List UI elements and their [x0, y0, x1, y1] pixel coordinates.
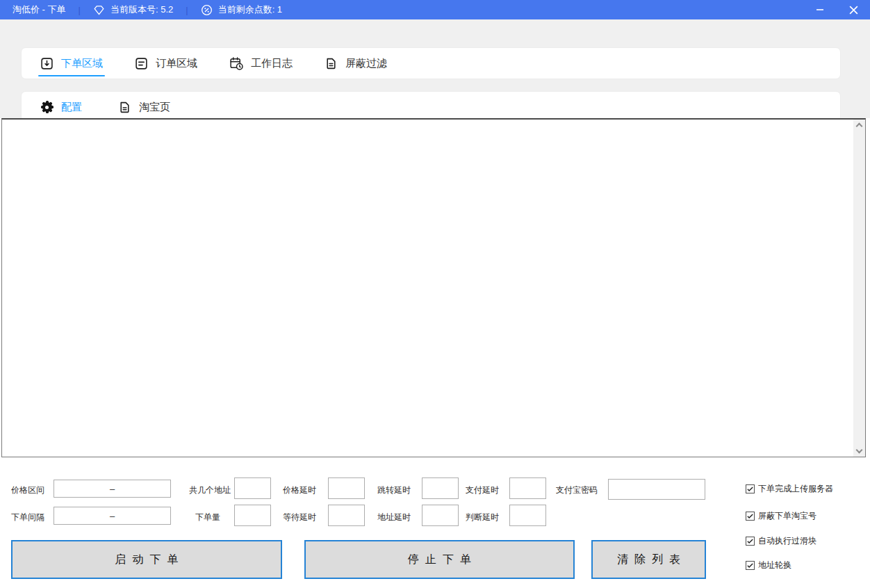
close-button[interactable] [837, 0, 870, 19]
vertical-scrollbar[interactable] [853, 120, 865, 457]
alipay-password-label: 支付宝密码 [556, 484, 598, 496]
pay-delay-label: 支付延时 [466, 484, 499, 496]
main-tab-bar: 下单区域 订单区域 工作日志 [21, 47, 841, 79]
tab-label: 配置 [61, 101, 82, 114]
checkbox-upload-server[interactable]: 下单完成上传服务器 [746, 483, 833, 495]
checkbox-label: 地址轮换 [758, 560, 791, 571]
tab-label: 屏蔽过滤 [345, 57, 387, 70]
scroll-up-arrow[interactable] [857, 124, 862, 129]
jump-delay-input[interactable] [422, 477, 459, 499]
address-count-input[interactable] [234, 477, 271, 499]
scroll-down-arrow[interactable] [857, 448, 862, 452]
tab-block-filter[interactable]: 屏蔽过滤 [325, 48, 387, 79]
address-delay-input[interactable] [422, 505, 459, 526]
price-delay-input[interactable] [328, 477, 365, 499]
order-interval-label: 下单间隔 [11, 512, 44, 523]
tab-label: 工作日志 [251, 57, 293, 70]
calendar-clock-icon [229, 56, 243, 70]
version-label: 当前版本号: 5.2 [110, 3, 173, 16]
titlebar: 淘低价 - 下单 | 当前版本号: 5.2 | 当前剩余点数: 1 [0, 0, 870, 19]
tab-order-list[interactable]: 订单区域 [135, 48, 197, 79]
address-delay-label: 地址延时 [377, 512, 411, 523]
checkbox-auto-slider[interactable]: 自动执行过滑块 [746, 535, 816, 547]
checkbox-block-account[interactable]: 屏蔽下单淘宝号 [746, 510, 816, 522]
tab-label: 淘宝页 [139, 101, 170, 114]
order-list-icon [135, 57, 148, 70]
tab-label: 下单区域 [61, 57, 103, 70]
price-range-input[interactable] [54, 480, 171, 498]
checkbox-checked-icon [746, 537, 755, 546]
wait-delay-label: 等待延时 [283, 512, 316, 523]
percent-circle-icon [201, 4, 213, 16]
download-box-icon [40, 57, 54, 70]
wait-delay-input[interactable] [328, 505, 365, 526]
jump-delay-label: 跳转延时 [377, 484, 411, 496]
checkbox-label: 下单完成上传服务器 [758, 483, 833, 495]
address-count-label: 共几个地址 [179, 484, 231, 496]
checkbox-label: 自动执行过滑块 [758, 535, 816, 547]
alipay-password-input[interactable] [608, 479, 705, 500]
checkbox-label: 屏蔽下单淘宝号 [758, 510, 816, 522]
order-quantity-input[interactable] [234, 505, 271, 526]
stop-order-button[interactable]: 停止下单 [304, 540, 575, 579]
tab-label: 订单区域 [156, 57, 197, 70]
minimize-button[interactable] [803, 0, 837, 19]
titlebar-separator: | [79, 5, 81, 15]
tab-order-area[interactable]: 下单区域 [40, 48, 103, 79]
judge-delay-input[interactable] [509, 505, 546, 526]
document-icon [325, 57, 338, 70]
checkbox-checked-icon [746, 512, 755, 521]
pay-delay-input[interactable] [509, 477, 546, 499]
price-range-label: 价格区间 [11, 484, 44, 496]
titlebar-separator: | [186, 5, 188, 15]
checkbox-address-rotate[interactable]: 地址轮换 [746, 560, 791, 571]
judge-delay-label: 判断延时 [466, 512, 499, 523]
gear-icon [40, 101, 54, 114]
order-quantity-label: 下单量 [179, 512, 220, 523]
checkbox-checked-icon [746, 561, 755, 570]
tab-area-background: 下单区域 订单区域 工作日志 [0, 19, 870, 118]
price-delay-label: 价格延时 [283, 484, 316, 496]
start-order-button[interactable]: 启动下单 [11, 540, 282, 579]
tab-work-log[interactable]: 工作日志 [229, 48, 293, 79]
order-interval-input[interactable] [54, 507, 171, 525]
gem-icon [93, 4, 105, 16]
window-title: 淘低价 - 下单 [13, 3, 66, 16]
page-icon [118, 101, 131, 114]
result-list-panel[interactable] [1, 118, 866, 457]
clear-list-button[interactable]: 清除列表 [591, 540, 706, 579]
checkbox-checked-icon [746, 484, 755, 493]
points-label: 当前剩余点数: 1 [218, 3, 282, 16]
